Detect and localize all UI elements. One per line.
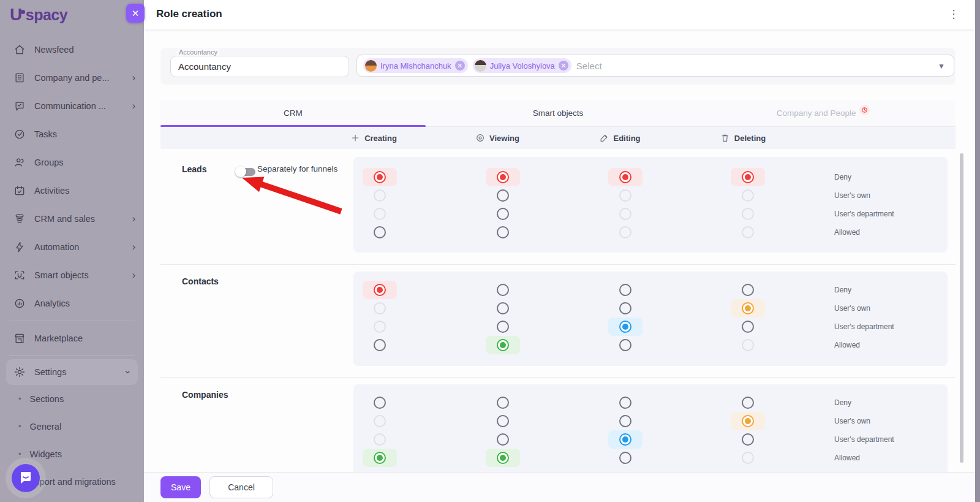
permission-radio[interactable] <box>497 208 509 220</box>
permission-radio[interactable] <box>374 339 386 351</box>
permission-radio[interactable] <box>619 226 631 238</box>
permission-radio[interactable] <box>374 226 386 238</box>
save-button[interactable]: Save <box>160 476 201 498</box>
permission-radio[interactable] <box>619 189 631 202</box>
option-label: User's department <box>834 210 894 218</box>
permission-radio[interactable] <box>497 433 509 446</box>
permission-radio[interactable] <box>374 208 386 220</box>
permission-radio[interactable] <box>497 226 509 238</box>
sidebar-item-groups[interactable]: Groups <box>0 148 144 177</box>
permission-radio[interactable] <box>619 452 631 464</box>
permission-radio[interactable] <box>497 171 509 183</box>
permission-radio[interactable] <box>497 397 509 409</box>
vertical-scrollbar[interactable] <box>960 153 963 463</box>
permission-radio[interactable] <box>374 397 386 409</box>
chevron-right-icon: › <box>132 72 135 83</box>
sidebar-item-company-and-people[interactable]: Company and pe... › <box>0 64 144 92</box>
column-deleting: Deleting <box>720 127 766 149</box>
sidebar-subitem-general[interactable]: •General <box>0 413 144 440</box>
permission-radio[interactable] <box>374 452 386 464</box>
radio-column <box>486 384 520 467</box>
funnel-icon <box>13 213 26 225</box>
permission-radio[interactable] <box>619 284 631 296</box>
permission-radio[interactable] <box>742 321 754 333</box>
sidebar-item-tasks[interactable]: Tasks <box>0 120 144 148</box>
permission-radio[interactable] <box>742 433 754 446</box>
logo-text: spacy <box>26 6 67 23</box>
permission-radio[interactable] <box>497 284 509 296</box>
close-drawer-button[interactable]: ✕ <box>126 4 145 23</box>
permission-radio[interactable] <box>497 452 509 464</box>
role-name-input[interactable] <box>170 56 349 77</box>
permission-radio[interactable] <box>742 208 754 220</box>
sidebar-item-communication[interactable]: Communication ... › <box>0 92 144 120</box>
permission-radio[interactable] <box>619 208 631 220</box>
chevron-right-icon: › <box>132 270 135 281</box>
calendar-icon <box>13 184 26 197</box>
sidebar-item-activities[interactable]: Activities <box>0 177 144 205</box>
sidebar-item-crm-and-sales[interactable]: CRM and sales › <box>0 205 144 233</box>
tab-smart-objects[interactable]: Smart objects <box>426 100 691 126</box>
permission-radio[interactable] <box>742 302 754 314</box>
permission-radio[interactable] <box>374 321 386 333</box>
uspacy-logo: Uspacy <box>10 5 67 25</box>
column-creating: Creating <box>350 127 397 149</box>
avatar <box>365 60 377 72</box>
permission-radio[interactable] <box>619 302 631 314</box>
column-viewing: Viewing <box>475 127 519 149</box>
permission-radio[interactable] <box>374 415 386 427</box>
permission-radio[interactable] <box>619 339 631 351</box>
member-chip: Juliya Voloshylova ✕ <box>473 58 571 73</box>
permission-radio[interactable] <box>374 284 386 296</box>
tab-crm[interactable]: CRM <box>160 100 426 126</box>
separately-for-funnels-toggle[interactable] <box>235 165 258 178</box>
permission-radio[interactable] <box>742 452 754 464</box>
permission-radio[interactable] <box>497 339 509 351</box>
permission-radio[interactable] <box>619 321 631 333</box>
permission-radio[interactable] <box>742 339 754 351</box>
tab-company-and-people[interactable]: Company and People <box>690 100 956 126</box>
sidebar-subitem-widgets[interactable]: •Widgets <box>0 440 144 468</box>
permission-radio[interactable] <box>742 226 754 238</box>
chat-widget-button[interactable] <box>12 464 40 492</box>
kebab-menu-icon[interactable]: ⋮ <box>948 7 959 21</box>
permission-radio[interactable] <box>497 415 509 427</box>
sidebar-item-automation[interactable]: Automation › <box>0 233 144 261</box>
members-select[interactable]: Iryna Mishchanchuk ✕ Juliya Voloshylova … <box>356 55 954 77</box>
permission-radio[interactable] <box>742 415 754 427</box>
sidebar-item-analytics[interactable]: Analytics <box>0 289 144 318</box>
permission-radio[interactable] <box>742 397 754 409</box>
sidebar-item-marketplace[interactable]: Marketplace <box>0 324 144 352</box>
permission-radio[interactable] <box>374 189 386 202</box>
permission-block <box>353 384 948 476</box>
sidebar-item-settings[interactable]: Settings › <box>6 359 138 385</box>
permission-radio[interactable] <box>742 171 754 183</box>
gear-icon <box>13 366 26 378</box>
drawer-footer: Save Cancel <box>144 472 975 502</box>
dropdown-caret-icon[interactable]: ▼ <box>938 62 945 70</box>
sidebar-subitem-sections[interactable]: •Sections <box>0 385 144 413</box>
permission-radio[interactable] <box>742 284 754 296</box>
cancel-button[interactable]: Cancel <box>209 476 273 498</box>
permission-radio[interactable] <box>742 189 754 202</box>
permission-radio[interactable] <box>619 171 631 183</box>
radio-column <box>608 384 643 467</box>
permission-radio[interactable] <box>374 171 386 183</box>
remove-member-icon[interactable]: ✕ <box>559 61 568 70</box>
permission-radio[interactable] <box>619 415 631 427</box>
permission-radio[interactable] <box>497 321 509 333</box>
row-label-contacts: Contacts <box>182 276 219 286</box>
permission-radio[interactable] <box>619 433 631 446</box>
permission-radio[interactable] <box>497 302 509 314</box>
remove-member-icon[interactable]: ✕ <box>455 61 465 70</box>
option-label: Deny <box>834 286 851 294</box>
option-label: Allowed <box>834 228 860 237</box>
permission-radio[interactable] <box>374 302 386 314</box>
permission-radio[interactable] <box>619 397 631 409</box>
sidebar-item-newsfeed[interactable]: Newsfeed <box>0 36 144 64</box>
permission-radio[interactable] <box>374 433 386 446</box>
radio-column <box>731 384 765 467</box>
sidebar-item-smart-objects[interactable]: Smart objects › <box>0 261 144 289</box>
radio-column <box>363 272 397 354</box>
permission-radio[interactable] <box>497 189 509 202</box>
